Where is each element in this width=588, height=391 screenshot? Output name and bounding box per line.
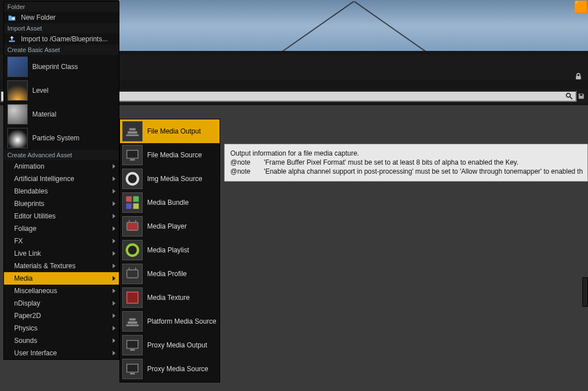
adv-item-editor-utilities[interactable]: Editor Utilities — [4, 210, 119, 222]
menu-item-label: Platform Media Source — [147, 317, 216, 325]
asset-type-icon — [122, 311, 143, 332]
adv-item-materials-textures[interactable]: Materials & Textures — [4, 260, 119, 272]
menu-new-folder[interactable]: New Folder — [4, 12, 119, 23]
submenu-arrow-icon — [113, 313, 115, 318]
asset-type-icon — [122, 121, 143, 141]
context-menu: Folder New Folder Import Asset Import to… — [3, 1, 119, 360]
search-icon[interactable] — [564, 91, 574, 102]
note-tag: @note — [230, 167, 262, 176]
side-scroll-hint — [582, 277, 588, 307]
media-item-file-media-source[interactable]: File Media Source — [120, 143, 220, 167]
submenu-arrow-icon — [113, 214, 115, 218]
menu-item-label: Media Playlist — [147, 246, 189, 254]
note-text: 'Enable alpha channel support in post-pr… — [264, 167, 583, 175]
media-item-platform-media-source[interactable]: Platform Media Source — [120, 310, 220, 333]
media-item-media-player[interactable]: Media Player — [120, 214, 220, 238]
menu-item-label: Level — [32, 87, 49, 94]
menu-item-label: Paper2D — [14, 312, 41, 320]
adv-item-fx[interactable]: FX — [4, 235, 119, 247]
adv-item-blueprints[interactable]: Blueprints — [4, 197, 119, 210]
submenu-arrow-icon — [113, 189, 115, 194]
adv-item-artificial-intelligence[interactable]: Artificial Intelligence — [4, 173, 119, 185]
menu-item-label: File Media Source — [147, 151, 202, 159]
media-item-proxy-media-output[interactable]: Proxy Media Output — [120, 333, 220, 357]
tooltip-line: @note 'Frame Buffer Pixel Format' must b… — [230, 158, 582, 167]
menu-item-label: Particle System — [32, 134, 79, 142]
adv-item-physics[interactable]: Physics — [4, 322, 119, 334]
menu-item-label: Blueprint Class — [32, 63, 78, 71]
media-item-media-profile[interactable]: Media Profile — [120, 262, 220, 286]
adv-item-miscellaneous[interactable]: Miscellaneous — [4, 285, 119, 297]
menu-item-label: Artificial Intelligence — [14, 175, 74, 183]
menu-item-label: Physics — [14, 324, 37, 332]
adv-item-paper2d[interactable]: Paper2D — [4, 310, 119, 322]
menu-blueprint-class[interactable]: Blueprint Class — [4, 55, 119, 79]
section-header-folder: Folder — [4, 2, 119, 12]
adv-item-live-link[interactable]: Live Link — [4, 247, 119, 260]
svg-rect-20 — [130, 373, 135, 375]
menu-item-label: Live Link — [14, 250, 41, 257]
svg-rect-13 — [127, 270, 138, 278]
media-item-media-playlist[interactable]: Media Playlist — [120, 238, 220, 262]
menu-item-label: User Interface — [14, 349, 57, 357]
lock-icon[interactable] — [574, 72, 583, 81]
adv-item-user-interface[interactable]: User Interface — [4, 347, 119, 359]
submenu-arrow-icon — [113, 301, 115, 306]
svg-rect-16 — [127, 292, 138, 303]
menu-item-label: Media Bundle — [147, 199, 188, 207]
adv-item-media[interactable]: Media — [4, 272, 119, 285]
asset-type-icon — [122, 359, 143, 379]
menu-item-label: Materials & Textures — [14, 262, 76, 270]
level-icon — [7, 80, 28, 101]
menu-item-label: Proxy Media Source — [147, 365, 208, 373]
svg-rect-3 — [130, 159, 135, 161]
media-item-proxy-media-source[interactable]: Proxy Media Source — [120, 357, 220, 381]
save-search-icon[interactable] — [577, 91, 586, 102]
menu-item-label: Blueprints — [14, 200, 44, 208]
tooltip-line: @note 'Enable alpha channel support in p… — [230, 167, 582, 176]
adv-item-foliage[interactable]: Foliage — [4, 222, 119, 235]
menu-material[interactable]: Material — [4, 102, 119, 126]
note-text: 'Frame Buffer Pixel Format' must be set … — [264, 158, 518, 166]
menu-item-label: Editor Utilities — [14, 212, 55, 220]
svg-rect-17 — [127, 341, 138, 349]
media-item-media-texture[interactable]: Media Texture — [120, 286, 220, 310]
menu-import-asset[interactable]: Import to /Game/Blueprints... — [4, 33, 119, 45]
menu-item-label: Blendables — [14, 187, 48, 195]
asset-type-icon — [122, 216, 143, 237]
svg-point-0 — [566, 93, 570, 97]
menu-item-label: Proxy Media Output — [147, 341, 207, 349]
submenu-arrow-icon — [113, 177, 115, 181]
menu-item-label: Animation — [14, 162, 44, 170]
submenu-arrow-icon — [113, 326, 115, 330]
adv-item-blendables[interactable]: Blendables — [4, 185, 119, 197]
menu-item-label: Sounds — [14, 337, 37, 345]
menu-item-label: Material — [32, 110, 57, 118]
menu-item-label: Media Player — [147, 222, 187, 230]
adv-item-ndisplay[interactable]: nDisplay — [4, 297, 119, 310]
menu-item-label: Img Media Source — [147, 175, 202, 183]
submenu-arrow-icon — [113, 201, 115, 206]
svg-rect-8 — [133, 203, 139, 209]
svg-rect-18 — [130, 349, 135, 351]
media-item-img-media-source[interactable]: Img Media Source — [120, 167, 220, 191]
menu-item-label: Miscellaneous — [14, 287, 57, 295]
note-tag: @note — [230, 158, 262, 167]
media-submenu: File Media OutputFile Media SourceImg Me… — [119, 119, 220, 383]
asset-type-icon — [122, 145, 143, 165]
menu-level[interactable]: Level — [4, 79, 119, 102]
svg-rect-19 — [127, 364, 138, 372]
adv-item-animation[interactable]: Animation — [4, 160, 119, 173]
media-item-file-media-output[interactable]: File Media Output — [120, 119, 220, 143]
svg-line-1 — [570, 97, 572, 99]
submenu-arrow-icon — [113, 338, 115, 343]
adv-item-sounds[interactable]: Sounds — [4, 334, 119, 347]
editor-corner-ornament: 🟧 — [574, 0, 588, 14]
tooltip: Output information for a file media capt… — [224, 144, 588, 182]
media-item-media-bundle[interactable]: Media Bundle — [120, 191, 220, 214]
advanced-asset-list: AnimationArtificial IntelligenceBlendabl… — [4, 160, 119, 359]
asset-type-icon — [122, 192, 143, 213]
folder-add-icon — [7, 13, 16, 22]
menu-item-label: New Folder — [21, 14, 55, 22]
menu-particle-system[interactable]: Particle System — [4, 126, 119, 150]
